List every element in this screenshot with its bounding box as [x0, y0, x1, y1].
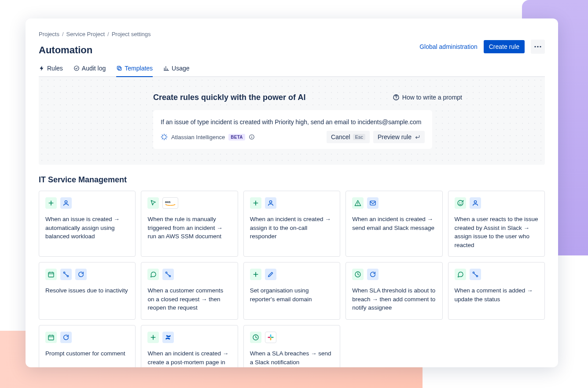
template-card[interactable]: When SLA threshold is about to breach → …: [345, 262, 442, 320]
header-actions: Global administration Create rule: [419, 40, 545, 54]
tab-audit-log[interactable]: Audit log: [74, 65, 106, 77]
flow-icon: [470, 269, 481, 280]
tab-templates[interactable]: Templates: [116, 65, 153, 77]
tab-label: Rules: [47, 65, 63, 72]
chart-icon: [163, 65, 169, 71]
template-card[interactable]: When an incident is created → create a p…: [141, 325, 238, 367]
template-card[interactable]: When a user reacts to the issue created …: [448, 191, 545, 257]
breadcrumb-separator: /: [107, 31, 109, 37]
ai-heading: Create rules quickly with the power of A…: [153, 93, 432, 102]
calendar-icon: [45, 269, 57, 280]
clock-icon: [250, 332, 261, 343]
svg-point-1: [537, 46, 538, 47]
template-grid: When an issue is created → automatically…: [39, 191, 545, 367]
svg-point-2: [540, 46, 541, 47]
card-text: Set organisation using reporter's email …: [250, 286, 334, 303]
card-text: Resolve issues due to inactivity: [45, 286, 129, 295]
tab-label: Audit log: [82, 65, 106, 72]
template-card[interactable]: Set organisation using reporter's email …: [243, 262, 340, 320]
svg-point-7: [396, 99, 396, 99]
info-icon[interactable]: [249, 134, 255, 140]
card-icons: [250, 332, 334, 343]
preview-rule-button[interactable]: Preview rule: [373, 131, 425, 143]
refresh-icon: [75, 269, 87, 280]
kbd-esc: Esc: [353, 134, 365, 140]
person-icon: [470, 197, 481, 209]
card-text: When the rule is manually triggered from…: [147, 215, 231, 241]
card-text: When an incident is created → assign it …: [250, 215, 334, 241]
card-text: When an incident is created → create a p…: [147, 349, 231, 367]
help-link[interactable]: How to write a prompt: [393, 94, 462, 101]
aws-icon: [162, 197, 178, 209]
card-icons: [455, 269, 538, 280]
breadcrumb-item[interactable]: Service Project: [66, 31, 105, 37]
tabs: Rules Audit log Templates Usage: [39, 65, 545, 77]
template-card[interactable]: When an incident is created → assign it …: [243, 191, 340, 257]
svg-point-3: [74, 66, 79, 71]
help-icon: [393, 94, 400, 101]
breadcrumb-item[interactable]: Project settings: [112, 31, 151, 37]
breadcrumb-separator: /: [62, 31, 64, 37]
card-icons: [45, 269, 129, 280]
clock-check-icon: [74, 65, 80, 71]
plus-icon: [45, 197, 57, 209]
template-card[interactable]: When an incident is created → send email…: [345, 191, 442, 257]
lightning-icon: [39, 65, 45, 71]
more-actions-button[interactable]: [531, 40, 545, 54]
tab-usage[interactable]: Usage: [163, 65, 189, 77]
svg-rect-4: [118, 67, 121, 70]
card-icons: [352, 269, 436, 280]
global-admin-link[interactable]: Global administration: [419, 43, 478, 50]
comment-icon: [455, 269, 466, 280]
svg-rect-9: [251, 137, 252, 138]
ai-banner: Create rules quickly with the power of A…: [39, 77, 545, 165]
cancel-button[interactable]: Cancel Esc: [327, 131, 370, 143]
template-card[interactable]: When a comment is added → update the sta…: [448, 262, 545, 320]
more-icon: [534, 46, 541, 48]
alert-icon: [352, 197, 364, 209]
template-card[interactable]: When a customer comments on a closed req…: [141, 262, 238, 320]
template-card[interactable]: When the rule is manually triggered from…: [141, 191, 238, 257]
clock-icon: [352, 269, 364, 280]
confluence-icon: [162, 332, 174, 343]
tab-label: Usage: [172, 65, 189, 72]
card-icons: [45, 197, 129, 209]
plus-icon: [250, 197, 261, 209]
tab-rules[interactable]: Rules: [39, 65, 63, 77]
card-icons: [147, 332, 231, 343]
flow-icon: [60, 269, 72, 280]
ai-brand: Atlassian Intelligence BETA: [161, 133, 255, 140]
card-text: When a SLA breaches → send a Slack notif…: [250, 349, 334, 366]
template-card[interactable]: When an issue is created → automatically…: [39, 191, 136, 257]
calendar-icon: [45, 332, 57, 343]
card-icons: [455, 197, 538, 209]
ai-prompt-input[interactable]: [161, 117, 425, 131]
sparkle-icon: [161, 133, 168, 140]
app-window: Projects / Service Project / Project set…: [26, 18, 558, 367]
tab-label: Templates: [125, 65, 153, 72]
create-rule-button[interactable]: Create rule: [484, 40, 525, 53]
section-title: IT Service Management: [39, 175, 545, 185]
template-card[interactable]: Resolve issues due to inactivity: [39, 262, 136, 320]
card-text: When a comment is added → update the sta…: [455, 286, 538, 303]
refresh-icon: [60, 332, 72, 343]
help-label: How to write a prompt: [402, 94, 462, 101]
ai-prompt-box: Atlassian Intelligence BETA Cancel Esc P…: [153, 110, 432, 149]
person-icon: [60, 197, 72, 209]
cursor-icon: [147, 197, 159, 209]
ai-brand-label: Atlassian Intelligence: [171, 134, 225, 140]
card-icons: [45, 332, 129, 343]
svg-point-10: [251, 135, 252, 136]
svg-point-0: [534, 46, 536, 47]
template-card[interactable]: When a SLA breaches → send a Slack notif…: [243, 325, 340, 367]
flow-icon: [162, 269, 174, 280]
plus-icon: [147, 332, 159, 343]
page-title: Automation: [39, 44, 92, 56]
card-text: Prompt customer for comment: [45, 349, 129, 358]
cancel-label: Cancel: [331, 133, 350, 140]
plus-icon: [250, 269, 261, 280]
breadcrumb-item[interactable]: Projects: [39, 31, 59, 37]
card-text: When an incident is created → send email…: [352, 215, 436, 232]
template-card[interactable]: Prompt customer for comment: [39, 325, 136, 367]
mail-icon: [367, 197, 379, 209]
